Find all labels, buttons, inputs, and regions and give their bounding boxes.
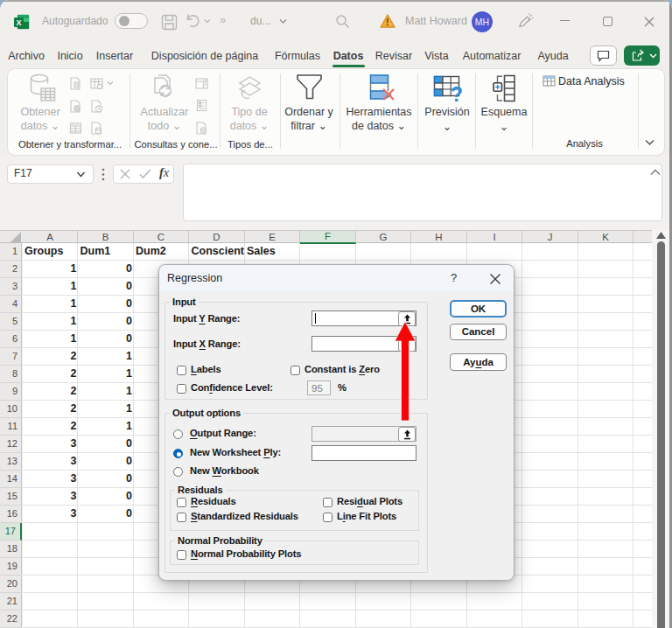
svg-text:X: X: [16, 18, 21, 27]
svg-text:?: ?: [451, 83, 462, 104]
